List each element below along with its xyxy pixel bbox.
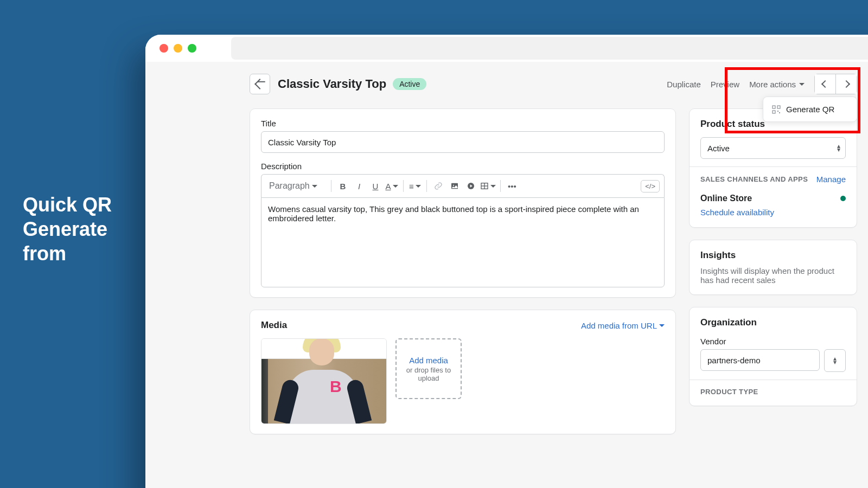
- underline-icon: U: [373, 182, 379, 191]
- description-label: Description: [261, 162, 665, 171]
- browser-chrome: [145, 35, 868, 62]
- status-badge: Active: [393, 78, 426, 90]
- underline-button[interactable]: U: [368, 178, 382, 194]
- bold-button[interactable]: B: [336, 178, 350, 194]
- chevron-right-icon: [843, 80, 850, 88]
- title-description-card: Title Description Paragraph B I U: [250, 108, 676, 298]
- vendor-select-button[interactable]: ▴▾: [824, 349, 846, 372]
- vendor-input-wrap: [700, 349, 820, 372]
- add-media-link-label: Add media: [409, 356, 448, 365]
- vendor-input[interactable]: [700, 349, 820, 371]
- more-actions-label: More actions: [749, 80, 796, 89]
- separator: [500, 180, 501, 192]
- window-zoom-dot[interactable]: [188, 44, 196, 53]
- photo-decoration: [309, 338, 334, 365]
- media-card-header: Media Add media from URL: [261, 320, 665, 331]
- image-icon: [450, 182, 459, 190]
- link-button[interactable]: [431, 178, 445, 194]
- drop-hint-text: or drop files to upload: [397, 366, 461, 382]
- format-label: Paragraph: [269, 181, 310, 191]
- select-arrows-icon: ▴▾: [837, 144, 840, 152]
- media-thumbnail[interactable]: B: [261, 338, 387, 424]
- window-close-dot[interactable]: [159, 44, 168, 53]
- insights-title: Insights: [700, 250, 846, 261]
- text-color-button[interactable]: A: [385, 178, 399, 194]
- url-bar[interactable]: [231, 37, 868, 60]
- image-button[interactable]: [448, 178, 462, 194]
- app-viewport: Classic Varsity Top Active Duplicate Pre…: [145, 62, 868, 488]
- chevron-left-icon: [821, 80, 829, 88]
- caption-line: from: [23, 241, 112, 266]
- code-icon: </>: [645, 182, 655, 190]
- channels-label: SALES CHANNELS AND APPS: [700, 175, 808, 183]
- table-icon: [480, 182, 489, 190]
- separator: [426, 180, 427, 192]
- caret-down-icon: [312, 185, 317, 188]
- caption-text: Quick QR Generate from: [23, 192, 112, 266]
- pager-nav: [814, 74, 857, 94]
- online-store-row: Online Store: [700, 194, 846, 203]
- video-button[interactable]: [464, 178, 478, 194]
- link-icon: [434, 182, 443, 190]
- manage-channels-link[interactable]: Manage: [816, 175, 846, 184]
- caret-down-icon: [659, 324, 665, 327]
- schedule-availability-link[interactable]: Schedule availability: [700, 208, 774, 217]
- add-media-url-label: Add media from URL: [581, 321, 657, 330]
- duplicate-action[interactable]: Duplicate: [667, 80, 701, 89]
- more-actions-menu: Generate QR: [763, 97, 857, 122]
- caret-down-icon: [490, 185, 496, 188]
- preview-action[interactable]: Preview: [711, 80, 739, 89]
- page-title: Classic Varsity Top: [278, 77, 386, 91]
- insights-card: Insights Insights will display when the …: [689, 240, 857, 295]
- prev-product-button[interactable]: [814, 74, 836, 94]
- caret-down-icon: [416, 185, 421, 188]
- browser-window: Classic Varsity Top Active Duplicate Pre…: [145, 35, 868, 488]
- channels-header-row: SALES CHANNELS AND APPS Manage: [700, 175, 846, 184]
- page-columns: Title Description Paragraph B I U: [250, 108, 857, 446]
- italic-icon: I: [358, 182, 360, 191]
- align-button[interactable]: ≡: [408, 178, 422, 194]
- description-editor[interactable]: Womens casual varsity top, This grey and…: [261, 197, 665, 287]
- insights-body: Insights will display when the product h…: [700, 266, 846, 285]
- product-status-card: Product status ▴▾ SALES CHANNELS AND APP…: [689, 108, 857, 228]
- video-icon: [467, 182, 475, 190]
- html-view-button[interactable]: </>: [641, 180, 660, 192]
- table-button[interactable]: [480, 178, 496, 194]
- page-header: Classic Varsity Top Active Duplicate Pre…: [250, 69, 857, 99]
- vendor-row: ▴▾: [700, 349, 846, 372]
- bold-icon: B: [340, 182, 346, 191]
- organization-title: Organization: [700, 317, 846, 328]
- status-select[interactable]: ▴▾: [700, 137, 846, 159]
- more-actions-dropdown[interactable]: More actions: [749, 80, 805, 89]
- photo-decoration: B: [288, 370, 358, 424]
- arrow-left-icon: [254, 79, 265, 89]
- generate-qr-label: Generate QR: [786, 105, 834, 114]
- svg-rect-3: [777, 111, 778, 112]
- organization-card: Organization Vendor ▴▾ PRODUCT TYPE: [689, 307, 857, 406]
- media-row: B Add media or drop files to upload: [261, 338, 665, 424]
- generate-qr-item[interactable]: Generate QR: [767, 100, 853, 118]
- title-label: Title: [261, 119, 665, 128]
- photo-decoration: B: [330, 377, 342, 396]
- paragraph-format-select[interactable]: Paragraph: [266, 181, 327, 191]
- ellipsis-icon: •••: [508, 182, 516, 191]
- vendor-label: Vendor: [700, 337, 846, 346]
- more-formatting-button[interactable]: •••: [505, 178, 519, 194]
- select-arrows-icon: ▴▾: [833, 357, 837, 364]
- italic-button[interactable]: I: [352, 178, 366, 194]
- header-actions: Duplicate Preview More actions: [667, 74, 857, 94]
- divider: [690, 380, 857, 380]
- back-button[interactable]: [250, 74, 270, 94]
- title-input[interactable]: [261, 131, 665, 153]
- caret-down-icon: [799, 83, 805, 86]
- product-type-label: PRODUCT TYPE: [700, 388, 846, 396]
- text-color-icon: A: [385, 182, 391, 191]
- add-media-url-link[interactable]: Add media from URL: [581, 321, 665, 330]
- rte-toolbar: Paragraph B I U A ≡: [261, 174, 665, 197]
- window-minimize-dot[interactable]: [174, 44, 182, 53]
- marketing-banner: Quick QR Generate from Classic Varsity T…: [0, 0, 868, 488]
- add-media-dropzone[interactable]: Add media or drop files to upload: [395, 338, 462, 399]
- align-icon: ≡: [409, 182, 414, 191]
- next-product-button[interactable]: [836, 74, 857, 94]
- svg-rect-1: [777, 106, 780, 108]
